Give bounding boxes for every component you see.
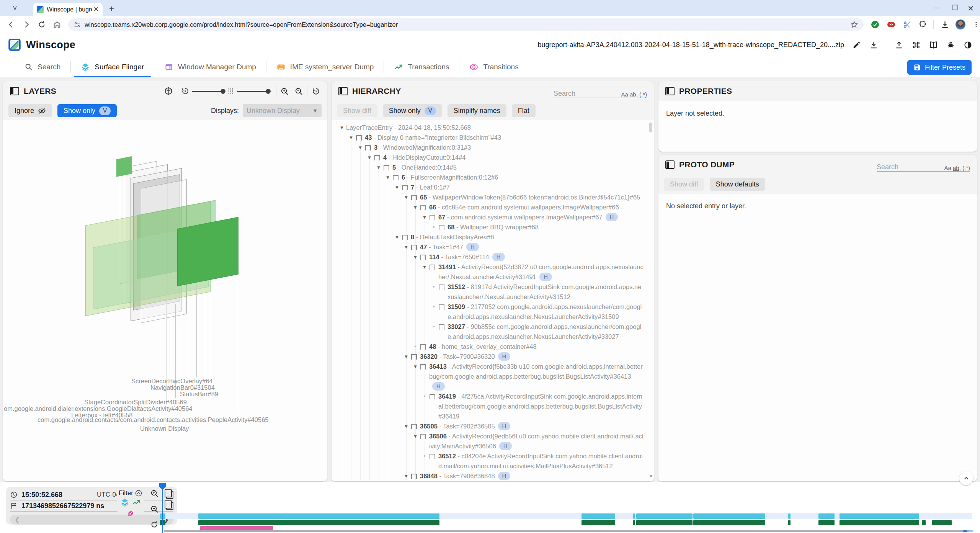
transactions-track-segment[interactable]	[840, 520, 919, 525]
hierarchy-row[interactable]: ▾67 - com.android.systemui.wallpapers.Im…	[332, 212, 654, 222]
transactions-track-segment[interactable]	[633, 520, 635, 525]
collapse-node-icon[interactable]: ▾	[365, 152, 374, 162]
displays-select[interactable]: Unknown Display ▼	[243, 104, 322, 117]
scrollbar-thumb[interactable]	[963, 530, 967, 532]
hierarchy-row[interactable]: ▾LayerTraceEntry - 2024-04-18, 15:50:52.…	[332, 123, 654, 132]
collapse-node-icon[interactable]: ▾	[411, 481, 420, 481]
hierarchy-row[interactable]: ▾3 - WindowedMagnification:0:31#3	[332, 142, 654, 152]
red-forward-extension-icon[interactable]	[887, 20, 896, 29]
hierarchy-row[interactable]: ▾36506 - ActivityRecord{9edb56f u0 com.y…	[332, 431, 654, 451]
reset-zoom-icon[interactable]	[150, 520, 159, 529]
show-defaults-button[interactable]: Show defaults	[710, 178, 765, 191]
hierarchy-row[interactable]: •33027 - 90b855c com.google.android.apps…	[332, 322, 654, 342]
cube-3d-icon[interactable]	[164, 87, 173, 96]
trace-tab-transitions[interactable]: Transitions	[459, 57, 528, 77]
hierarchy-row[interactable]: ▾31491 - ActivityRecord{52d3872 u0 com.g…	[332, 262, 654, 282]
puzzle-extensions-icon[interactable]	[918, 20, 927, 29]
collapse-node-icon[interactable]: ▾	[411, 431, 420, 441]
surface-flinger-track-segment[interactable]	[818, 513, 835, 519]
show-only-v-button[interactable]: Show only V	[383, 104, 442, 117]
layer-rect[interactable]	[116, 156, 132, 177]
collapse-node-icon[interactable]: ▾	[420, 262, 429, 272]
collapse-filter-icon[interactable]	[135, 489, 142, 497]
collapse-node-icon[interactable]: ▾	[356, 142, 364, 152]
surface-flinger-track-segment[interactable]	[788, 513, 791, 519]
collapse-node-icon[interactable]: ▾	[374, 162, 383, 172]
collapse-node-icon[interactable]: ▾	[402, 192, 410, 202]
collapse-node-icon[interactable]: ▾	[402, 471, 410, 481]
hierarchy-row[interactable]: •36419 - 4f275ca ActivityRecordInputSink…	[332, 391, 654, 421]
scissors-extension-icon[interactable]	[903, 20, 911, 29]
tab-close-icon[interactable]: ✕	[93, 5, 99, 13]
transactions-track-segment[interactable]	[788, 520, 791, 525]
new-tab-button[interactable]: +	[109, 4, 114, 14]
timeline-cursor-handle[interactable]	[159, 483, 166, 490]
spacing-slider[interactable]	[237, 91, 270, 92]
rotation-slider[interactable]	[192, 91, 225, 92]
hierarchy-search-input[interactable]: Search Aa ab, (.*)	[554, 85, 647, 98]
transactions-track-segment[interactable]	[932, 520, 952, 525]
collapse-node-icon[interactable]: ▾	[402, 242, 410, 252]
filter-presets-button[interactable]: Filter Presets	[907, 60, 972, 75]
zoom-out-icon[interactable]	[294, 87, 303, 96]
hierarchy-row[interactable]: ▾36505 - Task=7902#36505H	[332, 421, 654, 431]
panel-dock-icon[interactable]	[338, 87, 348, 95]
hierarchy-scrollbar[interactable]: ▼	[648, 121, 653, 479]
timeline-scrollbar[interactable]	[164, 530, 972, 532]
transactions-filter-icon[interactable]	[132, 498, 141, 507]
panel-dock-icon[interactable]	[665, 160, 675, 169]
hierarchy-row[interactable]: ▾36862 - ActivityRecord{a836a99 u10 com.…	[332, 481, 654, 481]
dark-mode-icon[interactable]	[964, 41, 972, 49]
collapse-node-icon[interactable]: ▾	[411, 361, 420, 371]
trace-tab-window-manager-dump[interactable]: Window Manager Dump	[154, 57, 266, 77]
panel-dock-icon[interactable]	[10, 87, 19, 95]
show-only-v-button[interactable]: Show only V	[57, 104, 117, 117]
hierarchy-row[interactable]: ▾5 - OneHanded:0:14#5	[332, 162, 654, 172]
download-icon[interactable]	[869, 41, 878, 49]
surface-flinger-track-segment[interactable]	[198, 513, 439, 519]
trace-tab-search[interactable]: Search	[15, 57, 70, 77]
collapse-node-icon[interactable]: ▾	[347, 132, 355, 142]
surface-flinger-track-segment[interactable]	[633, 513, 635, 519]
collapse-node-icon[interactable]: ▾	[420, 212, 429, 222]
transactions-track-segment[interactable]	[693, 520, 765, 525]
hierarchy-row[interactable]: ▾36413 - ActivityRecord{f5be33b u10 com.…	[332, 361, 654, 391]
zoom-out-icon[interactable]	[150, 505, 159, 513]
hierarchy-row[interactable]: •48 - home_task_overlay_container#48	[332, 342, 654, 352]
minimize-icon[interactable]: —	[934, 4, 940, 11]
edit-icon[interactable]	[853, 41, 861, 49]
regex-icon[interactable]: (.*)	[639, 91, 647, 98]
download-tray-icon[interactable]	[941, 20, 949, 29]
hierarchy-row[interactable]: ▾114 - Task=7650#114H	[332, 252, 654, 262]
timeline-tracks[interactable]	[160, 482, 975, 533]
zoom-in-icon[interactable]	[280, 87, 289, 96]
match-case-icon[interactable]: Aa	[944, 165, 951, 171]
transitions-filter-icon[interactable]	[126, 509, 135, 518]
surface-flinger-filter-icon[interactable]	[120, 498, 129, 507]
scroll-down-icon[interactable]: ▼	[648, 473, 653, 479]
hierarchy-row[interactable]: ▾8 - DefaultTaskDisplayArea#8	[332, 232, 654, 242]
match-word-icon[interactable]: ab,	[630, 91, 638, 98]
trace-tab-ime-system-server-dump[interactable]: IME system_server Dump	[266, 57, 384, 77]
panel-dock-icon[interactable]	[665, 87, 675, 95]
layer-rect[interactable]	[177, 217, 238, 286]
trace-tab-surface-flinger[interactable]: Surface Flinger	[71, 57, 154, 77]
profile-avatar[interactable]	[956, 20, 965, 29]
transactions-track-segment[interactable]	[581, 520, 615, 525]
hierarchy-row[interactable]: ▾43 - Display 0 name="Integrierter Bilds…	[332, 132, 654, 142]
forward-icon[interactable]	[22, 20, 31, 29]
collapse-node-icon[interactable]: ▾	[402, 352, 410, 361]
collapse-node-icon[interactable]: ▾	[411, 252, 420, 262]
hierarchy-row[interactable]: ▾7 - Leaf:0:1#7	[332, 182, 654, 192]
flat-button[interactable]: Flat	[512, 104, 536, 117]
hierarchy-row[interactable]: ▾4 - HideDisplayCutout:0:14#4	[332, 152, 654, 162]
surface-flinger-track-segment[interactable]	[636, 513, 693, 519]
site-info-icon[interactable]	[74, 21, 81, 28]
collapse-node-icon[interactable]: ▾	[393, 232, 401, 242]
scrollbar-thumb[interactable]	[649, 123, 652, 132]
upload-icon[interactable]	[895, 41, 903, 49]
layers-3d-canvas[interactable]: ScreenDecorHwcOverlay#64NavigationBar0#3…	[3, 120, 327, 481]
surface-flinger-track-segment[interactable]	[840, 513, 919, 519]
trace-tab-transactions[interactable]: Transactions	[384, 57, 459, 77]
reset-view-icon[interactable]	[311, 87, 320, 96]
